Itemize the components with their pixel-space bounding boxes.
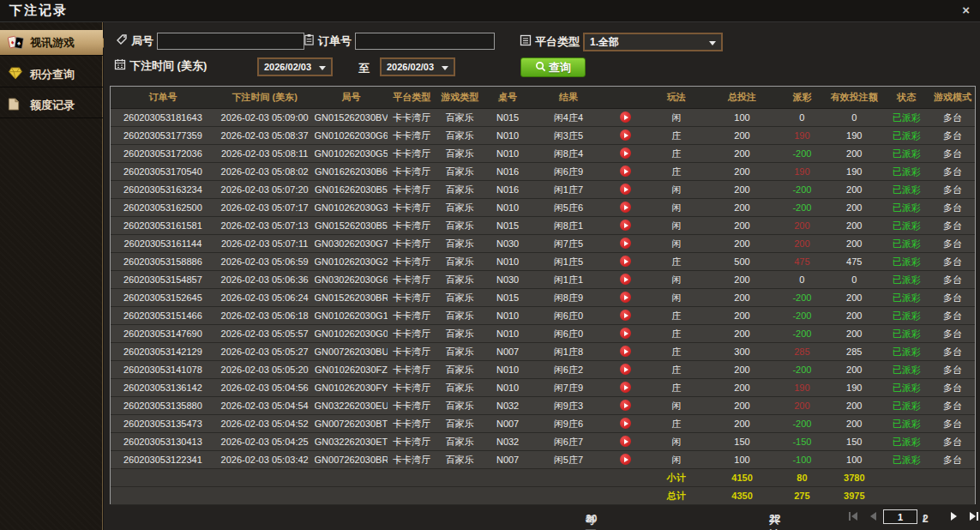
cell-replay [605, 397, 646, 414]
cell-order-no: 260203053152645 [111, 289, 215, 306]
play-video-icon[interactable] [620, 274, 631, 285]
table-row: 260203053136142 2026-02-03 05:04:56 GN01… [111, 379, 975, 397]
cell-total-bet: 200 [706, 217, 779, 234]
cell-result: 闲6庄0 [532, 307, 605, 324]
cell-payout: -200 [778, 325, 826, 342]
cell-total-bet: 200 [706, 397, 779, 414]
table-row: 260203053177359 2026-02-03 05:08:37 GN01… [111, 127, 975, 145]
platform-type-select[interactable]: 1.全部 [583, 33, 723, 51]
play-video-icon[interactable] [620, 129, 631, 141]
cell-payout: -200 [778, 415, 826, 432]
chevron-down-icon [442, 66, 448, 70]
title-bar: 下注记录 × [0, 0, 980, 22]
col-header-platform: 平台类型 [388, 87, 436, 108]
play-video-icon[interactable] [620, 328, 631, 339]
subtotal-valid-bet: 3780 [826, 469, 882, 486]
cell-total-bet: 200 [706, 181, 779, 198]
sidebar-item-points-query[interactable]: 积分查询 [0, 62, 103, 87]
cell-order-no: 260203053161581 [111, 217, 215, 234]
cell-result: 闲8庄9 [532, 289, 605, 306]
cell-replay [605, 415, 646, 432]
col-header-table-no: 桌号 [484, 87, 532, 108]
cell-total-bet: 200 [706, 325, 779, 342]
cell-play: 庄 [646, 379, 706, 396]
cell-play: 闲 [646, 271, 706, 288]
cell-platform: 卡卡湾厅 [388, 217, 436, 234]
page-number-input[interactable] [883, 509, 917, 524]
order-number-input[interactable] [355, 33, 495, 50]
table-row: 260203053135473 2026-02-03 05:04:52 GN00… [111, 415, 975, 433]
cell-replay [605, 199, 646, 216]
cell-status: 已派彩 [882, 433, 930, 450]
sidebar-item-label: 视讯游戏 [30, 35, 75, 51]
cell-round-no: GN032262030ET [315, 433, 388, 450]
cell-valid-bet: 0 [826, 109, 882, 126]
cell-valid-bet: 475 [826, 253, 882, 270]
cell-replay [605, 109, 646, 126]
close-icon[interactable]: × [962, 3, 970, 18]
cell-replay [605, 253, 646, 270]
cell-bet-time: 2026-02-03 05:06:36 [215, 271, 315, 288]
play-video-icon[interactable] [620, 292, 631, 303]
play-video-icon[interactable] [620, 111, 631, 123]
cell-result: 闲6庄0 [532, 325, 605, 342]
cell-game-type: 百家乐 [436, 433, 484, 450]
cell-result: 闲4庄4 [532, 109, 605, 126]
play-video-icon[interactable] [620, 382, 631, 393]
cell-payout: 0 [778, 109, 826, 126]
cell-play: 闲 [646, 181, 706, 198]
cell-mode: 多台 [930, 271, 975, 288]
play-video-icon[interactable] [620, 148, 631, 159]
total-label: 总计 [646, 487, 706, 504]
cell-play: 庄 [646, 415, 706, 432]
cell-table-no: N032 [484, 433, 532, 450]
round-number-input[interactable] [157, 33, 304, 50]
play-video-icon[interactable] [620, 418, 631, 429]
cell-play: 庄 [646, 253, 706, 270]
cell-platform: 卡卡湾厅 [388, 271, 436, 288]
cell-mode: 多台 [930, 181, 975, 198]
play-video-icon[interactable] [620, 184, 631, 195]
prev-page-icon[interactable] [866, 510, 880, 522]
sidebar-item-quota-records[interactable]: 额度记录 [0, 93, 103, 118]
play-video-icon[interactable] [620, 436, 631, 447]
play-video-icon[interactable] [620, 202, 631, 213]
play-video-icon[interactable] [620, 400, 631, 411]
next-page-icon[interactable] [947, 510, 961, 522]
cell-bet-time: 2026-02-03 05:07:20 [215, 181, 315, 198]
cell-mode: 多台 [930, 415, 975, 432]
date-from-select[interactable]: 2026/02/03 [257, 57, 333, 76]
sidebar-item-video-games[interactable]: ♦♠ 视讯游戏 [0, 30, 103, 56]
cell-platform: 卡卡湾厅 [388, 199, 436, 216]
last-page-icon[interactable] [967, 510, 980, 522]
cell-table-no: N015 [484, 217, 532, 234]
cell-platform: 卡卡湾厅 [388, 397, 436, 414]
cell-game-type: 百家乐 [436, 253, 484, 270]
search-button[interactable]: 查询 [520, 57, 586, 77]
date-to-select[interactable]: 2026/02/03 [380, 57, 455, 76]
bets-table: 订单号 下注时间 (美东) 局号 平台类型 游戏类型 桌号 结果 玩法 总投注 … [110, 86, 976, 504]
play-video-icon[interactable] [620, 346, 631, 357]
play-video-icon[interactable] [620, 310, 631, 321]
cell-payout: -150 [778, 433, 826, 450]
subtotal-total-bet: 4150 [706, 469, 779, 486]
play-video-icon[interactable] [620, 220, 631, 231]
cell-order-no: 260203053151466 [111, 307, 215, 324]
first-page-icon[interactable] [846, 510, 860, 522]
cell-order-no: 260203053177359 [111, 127, 215, 144]
page-count: 2 [923, 513, 929, 525]
play-video-icon[interactable] [620, 256, 631, 267]
cell-round-no: GN010262030G5 [315, 145, 388, 162]
cell-replay [605, 163, 646, 180]
play-video-icon[interactable] [620, 238, 631, 249]
cell-valid-bet: 200 [826, 415, 882, 432]
cell-result: 闲7庄5 [532, 235, 605, 252]
cell-payout: -200 [778, 181, 826, 198]
cell-total-bet: 200 [706, 145, 779, 162]
play-video-icon[interactable] [620, 454, 631, 465]
cell-table-no: N010 [484, 145, 532, 162]
play-video-icon[interactable] [620, 166, 631, 177]
cell-status: 已派彩 [882, 235, 930, 252]
total-valid-bet: 3975 [826, 487, 882, 504]
play-video-icon[interactable] [620, 364, 631, 375]
